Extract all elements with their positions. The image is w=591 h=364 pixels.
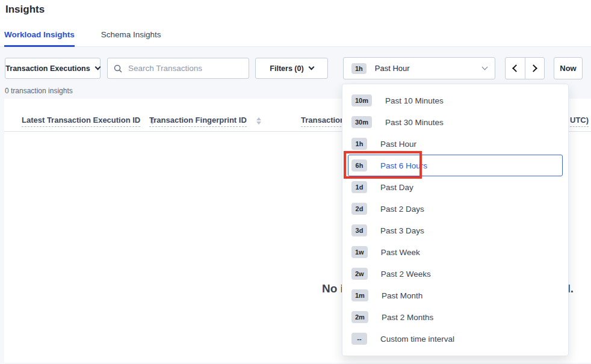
filters-label: Filters (0)	[270, 64, 303, 73]
workload-type-select[interactable]: Transaction Executions	[5, 58, 101, 79]
time-option-badge: 1d	[351, 181, 367, 193]
time-interval-option[interactable]: 1d Past Day	[348, 176, 563, 198]
time-pager	[505, 57, 545, 79]
tab-bar: Workload Insights Schema Insights	[4, 30, 161, 47]
search-box[interactable]	[107, 58, 249, 79]
time-interval-option[interactable]: 10m Past 10 Minutes	[348, 90, 563, 111]
time-interval-option[interactable]: 1h Past Hour	[348, 133, 563, 155]
time-option-badge: 30m	[351, 116, 372, 128]
now-button[interactable]: Now	[554, 57, 583, 79]
chevron-right-icon	[530, 64, 537, 72]
time-interval-badge: 1h	[351, 63, 367, 74]
time-option-label: Past Month	[382, 291, 422, 300]
time-option-badge: 3d	[351, 224, 367, 236]
time-option-label: Past 10 Minutes	[385, 96, 444, 105]
time-option-label: Past 2 Months	[382, 313, 433, 322]
time-option-label: Past 2 Days	[380, 205, 424, 214]
chevron-down-icon	[94, 64, 101, 70]
time-interval-option[interactable]: 2d Past 2 Days	[348, 198, 563, 220]
time-option-label: Past 2 Weeks	[381, 270, 431, 279]
column-header-utc-fragment[interactable]: UTC)	[570, 116, 589, 127]
time-option-badge: --	[351, 333, 367, 345]
time-option-label: Custom time interval	[380, 335, 454, 344]
chevron-down-icon	[482, 64, 488, 70]
column-header-txn-fingerprint-id[interactable]: Transaction Fingerprint ID	[149, 116, 261, 127]
sort-icon	[256, 117, 261, 125]
time-option-badge: 1m	[351, 289, 368, 301]
tab-schema-insights[interactable]: Schema Insights	[101, 30, 161, 47]
page-header: Insights Workload Insights Schema Insigh…	[0, 0, 591, 47]
search-icon	[114, 64, 122, 73]
time-option-label: Past 6 Hours	[380, 161, 427, 170]
time-option-badge: 1h	[351, 138, 367, 150]
previous-interval-button[interactable]	[506, 58, 525, 79]
search-input[interactable]	[127, 63, 243, 73]
time-option-badge: 6h	[351, 159, 367, 171]
insights-page: Insights Workload Insights Schema Insigh…	[0, 0, 591, 364]
time-interval-dropdown: 10m Past 10 Minutes 30m Past 30 Minutes …	[342, 84, 569, 356]
time-option-badge: 2d	[351, 203, 367, 215]
time-option-label: Past Day	[380, 183, 413, 192]
next-interval-button[interactable]	[525, 58, 545, 79]
page-title: Insights	[0, 0, 591, 16]
chevron-left-icon	[512, 64, 520, 72]
chevron-down-icon	[308, 64, 314, 70]
column-header-latest-txn-execution-id[interactable]: Latest Transaction Execution ID	[22, 116, 155, 127]
tab-workload-insights[interactable]: Workload Insights	[4, 30, 75, 47]
time-option-badge: 2w	[351, 268, 368, 280]
time-option-label: Past Week	[381, 248, 420, 257]
time-option-badge: 10m	[351, 94, 372, 106]
column-header-label: Transaction Fingerprint ID	[149, 116, 247, 127]
time-interval-select[interactable]: 1h Past Hour	[343, 57, 495, 79]
time-option-badge: 2m	[351, 311, 368, 323]
filters-button[interactable]: Filters (0)	[255, 58, 328, 79]
time-interval-option[interactable]: 3d Past 3 Days	[348, 220, 563, 241]
time-interval-option[interactable]: 1w Past Week	[348, 241, 563, 263]
time-option-label: Past 3 Days	[380, 226, 424, 235]
time-interval-option[interactable]: 2m Past 2 Months	[348, 306, 563, 328]
time-interval-option[interactable]: 2w Past 2 Weeks	[348, 263, 563, 285]
time-interval-option[interactable]: 6h Past 6 Hours	[348, 155, 563, 176]
time-interval-option[interactable]: 1m Past Month	[348, 285, 563, 306]
time-interval-option[interactable]: -- Custom time interval	[348, 328, 563, 350]
time-interval-option[interactable]: 30m Past 30 Minutes	[348, 111, 563, 133]
workload-type-label: Transaction Executions	[5, 64, 90, 73]
column-header-label: UTC)	[570, 116, 589, 127]
results-count: 0 transaction insights	[5, 87, 73, 95]
column-header-label: Latest Transaction Execution ID	[22, 116, 140, 127]
time-interval-value: Past Hour	[375, 64, 410, 73]
time-option-label: Past Hour	[380, 140, 416, 149]
time-option-badge: 1w	[351, 246, 368, 258]
time-option-label: Past 30 Minutes	[385, 118, 444, 127]
